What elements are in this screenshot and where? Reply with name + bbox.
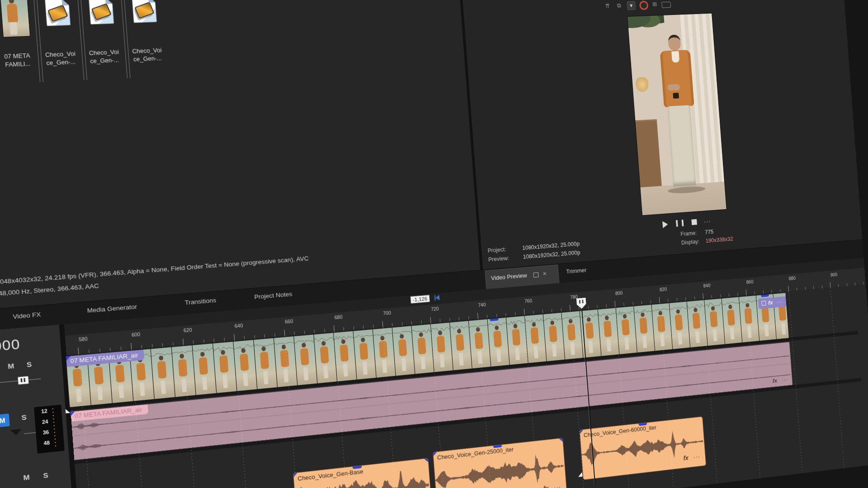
ruler-tick-label: 600 bbox=[132, 331, 141, 338]
meter-scale-value: 24 bbox=[42, 418, 49, 425]
ruler-tick bbox=[659, 297, 660, 303]
mute-button-audio-active[interactable]: M bbox=[0, 413, 10, 427]
close-icon[interactable]: × bbox=[542, 269, 547, 277]
audio-fx-button[interactable]: fx bbox=[772, 377, 777, 384]
preview-quality-icon[interactable]: ▾ bbox=[627, 1, 636, 10]
voice-fx-button[interactable]: fx bbox=[683, 454, 689, 462]
pause-button[interactable] bbox=[676, 220, 684, 227]
meter-ticks bbox=[52, 408, 57, 449]
preview-toolbar-icon[interactable]: ⇈ bbox=[604, 2, 612, 10]
meter-scale-value: 12 bbox=[41, 408, 48, 414]
fade-handle bbox=[66, 408, 71, 413]
audio-file-icon bbox=[89, 0, 114, 24]
solo-button-video[interactable]: S bbox=[24, 360, 35, 369]
edge-marker bbox=[578, 472, 582, 477]
ruler-tick bbox=[131, 343, 132, 349]
ruler-tick-label: 760 bbox=[524, 298, 533, 304]
fade-handle bbox=[424, 459, 428, 463]
voice-more-button[interactable]: ··· bbox=[693, 453, 700, 460]
ruler-tick bbox=[382, 321, 383, 327]
gridline bbox=[830, 288, 844, 469]
pan-crop-icon[interactable] bbox=[761, 300, 766, 305]
ruler-tick-label: 580 bbox=[79, 336, 88, 342]
ruler-tick-label: 740 bbox=[478, 302, 486, 308]
mute-button-video[interactable]: M bbox=[5, 361, 17, 371]
video-preview-frame bbox=[627, 13, 727, 216]
ruler-tick-label: 660 bbox=[285, 318, 293, 324]
audio-file-icon bbox=[132, 0, 157, 23]
person-tshirt bbox=[671, 51, 679, 63]
ruler-tick bbox=[745, 290, 746, 295]
video-level-handle[interactable] bbox=[17, 376, 29, 385]
plant-leaves bbox=[627, 13, 665, 35]
ruler-tick-label: 720 bbox=[431, 306, 439, 312]
meter-scale-value: 48 bbox=[43, 440, 50, 446]
ruler-tick-label: 860 bbox=[746, 279, 753, 285]
coffee-mug bbox=[673, 93, 679, 99]
audio-file-icon bbox=[45, 0, 71, 26]
audio-meter: 12 24 36 48 bbox=[34, 405, 65, 454]
copy-snapshot-icon[interactable]: ⧉ bbox=[615, 2, 623, 10]
ruler-tick bbox=[570, 305, 571, 311]
play-button[interactable] bbox=[662, 221, 668, 228]
solo-button-voice[interactable]: S bbox=[40, 470, 52, 480]
marker-skip-icon[interactable] bbox=[435, 295, 440, 301]
ruler-tick-label: 820 bbox=[660, 286, 667, 292]
fade-handle bbox=[70, 412, 75, 417]
voice-more-button[interactable]: ··· bbox=[553, 483, 561, 488]
video-fx-button[interactable]: fx bbox=[768, 299, 773, 306]
video-file-thumbnail bbox=[0, 0, 30, 38]
ruler-tick bbox=[183, 338, 184, 345]
fade-handle bbox=[66, 356, 71, 361]
ruler-tick bbox=[78, 347, 79, 354]
meter-scale-value: 36 bbox=[42, 429, 49, 436]
fade-handle bbox=[580, 430, 584, 434]
ruler-tick-label: 840 bbox=[703, 282, 711, 288]
ruler-tick-label: 900 bbox=[830, 272, 838, 277]
stop-button[interactable] bbox=[691, 219, 697, 225]
person-head bbox=[668, 35, 681, 51]
ruler-tick bbox=[830, 282, 831, 287]
ruler-tick-label: 680 bbox=[334, 314, 343, 320]
ruler-tick bbox=[614, 301, 615, 307]
mute-button-voice[interactable]: M bbox=[21, 473, 33, 482]
video-more-button[interactable]: ··· bbox=[776, 298, 783, 305]
ruler-tick-label: 700 bbox=[383, 310, 391, 316]
float-window-icon[interactable] bbox=[533, 272, 539, 278]
ruler-tick bbox=[284, 330, 285, 336]
ruler-tick-label: 800 bbox=[615, 290, 623, 296]
fade-handle bbox=[433, 452, 437, 456]
fade-handle bbox=[559, 438, 563, 442]
voice-clip-60000[interactable]: Checo_Voice_Gen-60000_iter fx ··· bbox=[580, 416, 707, 480]
solo-button-audio[interactable]: S bbox=[18, 413, 30, 422]
ruler-tick bbox=[477, 313, 478, 319]
aux-monitor-icon[interactable] bbox=[661, 2, 671, 8]
application-window: nse t 07 META FAMILI... Checo_Voi ce_Gen… bbox=[0, 0, 867, 488]
ruler-tick bbox=[703, 293, 703, 299]
grid-overlay-icon[interactable]: ⊞ bbox=[651, 0, 659, 9]
audio-more-button[interactable]: ··· bbox=[782, 376, 788, 384]
ruler-tick bbox=[334, 325, 335, 331]
frame-label: Frame: bbox=[680, 230, 697, 237]
voice-clip-25000[interactable]: Checo_Voice_Gen-25000_iter fx ··· bbox=[433, 438, 567, 488]
ruler-tick bbox=[430, 317, 431, 323]
ruler-tick-label: 620 bbox=[184, 327, 193, 333]
ruler-tick-label: 640 bbox=[235, 323, 243, 329]
ruler-tick bbox=[234, 334, 235, 340]
fade-handle bbox=[293, 473, 297, 477]
frame-value: 775 bbox=[705, 229, 714, 235]
lamp-glow bbox=[635, 77, 649, 92]
ruler-tick bbox=[524, 309, 525, 314]
person-arm bbox=[667, 84, 680, 91]
voice-clip-base[interactable]: Checo_Voice_Gen-Base bbox=[293, 458, 433, 488]
tab-label: Video Preview bbox=[491, 272, 527, 282]
ruler-tick bbox=[788, 286, 789, 291]
voice-fx-button[interactable]: fx bbox=[543, 484, 549, 488]
ruler-tick-label: 880 bbox=[788, 275, 796, 281]
transport-more-button[interactable]: ··· bbox=[703, 217, 711, 225]
track-dropdown-arrow[interactable] bbox=[10, 429, 22, 436]
